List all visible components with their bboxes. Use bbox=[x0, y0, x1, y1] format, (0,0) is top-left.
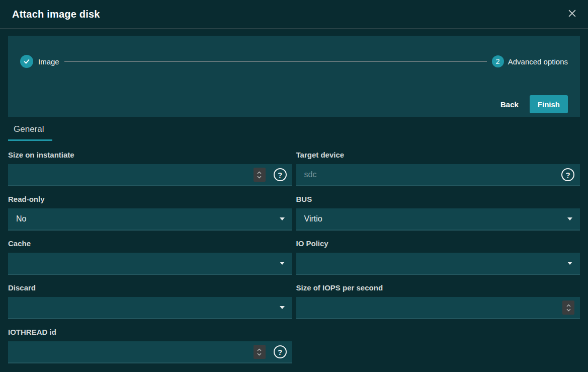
wizard-step-image[interactable]: Image bbox=[20, 55, 59, 68]
help-icon[interactable]: ? bbox=[561, 168, 574, 181]
caret-down-icon bbox=[567, 262, 572, 265]
size-on-instantiate-label: Size on instantiate bbox=[8, 150, 292, 160]
size-of-iops-input[interactable] bbox=[304, 303, 563, 312]
io-policy-label: IO Policy bbox=[296, 239, 580, 249]
size-of-iops-label: Size of IOPS per second bbox=[296, 283, 580, 293]
chevron-up-icon bbox=[257, 171, 262, 174]
caret-down-icon bbox=[280, 306, 285, 309]
wizard-steps: Image 2 Advanced options bbox=[20, 55, 568, 68]
field-bus: BUS Virtio bbox=[296, 194, 580, 231]
field-iothread-id: IOTHREAD id ? bbox=[8, 327, 292, 363]
caret-down-icon bbox=[280, 217, 285, 220]
number-spinner[interactable] bbox=[254, 168, 266, 182]
chevron-down-icon bbox=[257, 353, 262, 356]
iothread-id-input[interactable] bbox=[16, 347, 254, 356]
field-cache: Cache bbox=[8, 239, 292, 275]
wizard-step-advanced-options[interactable]: 2 Advanced options bbox=[492, 55, 568, 67]
number-spinner[interactable] bbox=[562, 301, 574, 315]
read-only-label: Read-only bbox=[8, 194, 292, 204]
close-icon bbox=[568, 9, 576, 19]
tab-bar: General bbox=[8, 124, 580, 141]
wizard-footer: Back Finish bbox=[492, 95, 568, 113]
target-device-control: ? bbox=[296, 164, 580, 186]
check-icon bbox=[20, 55, 33, 68]
iothread-id-label: IOTHREAD id bbox=[8, 327, 292, 337]
caret-down-icon bbox=[567, 217, 572, 220]
io-policy-select[interactable] bbox=[296, 253, 580, 275]
size-of-iops-control bbox=[296, 297, 580, 319]
help-icon[interactable]: ? bbox=[274, 345, 287, 358]
target-device-label: Target device bbox=[296, 150, 580, 160]
close-button[interactable] bbox=[565, 7, 579, 21]
field-size-of-iops: Size of IOPS per second bbox=[296, 283, 580, 319]
cache-label: Cache bbox=[8, 239, 292, 249]
tab-general[interactable]: General bbox=[8, 124, 52, 141]
read-only-select[interactable]: No bbox=[8, 208, 292, 231]
modal-header: Attach image disk bbox=[0, 0, 588, 29]
finish-button[interactable]: Finish bbox=[530, 95, 568, 113]
page-title: Attach image disk bbox=[12, 9, 100, 20]
form-grid: Size on instantiate ? Target device ? bbox=[8, 150, 580, 371]
target-device-input[interactable] bbox=[304, 170, 554, 179]
attach-image-disk-modal: Attach image disk Image 2 Advanced optio… bbox=[0, 0, 588, 371]
modal-body: Image 2 Advanced options Back Finish Gen… bbox=[0, 36, 588, 371]
discard-label: Discard bbox=[8, 283, 292, 293]
cache-select[interactable] bbox=[8, 253, 292, 275]
step-label-advanced-options: Advanced options bbox=[508, 57, 568, 66]
chevron-up-icon bbox=[566, 304, 571, 307]
help-icon[interactable]: ? bbox=[274, 168, 287, 181]
bus-label: BUS bbox=[296, 194, 580, 204]
discard-select[interactable] bbox=[8, 297, 292, 319]
field-read-only: Read-only No bbox=[8, 194, 292, 231]
caret-down-icon bbox=[280, 262, 285, 265]
step-number-badge: 2 bbox=[492, 55, 504, 67]
iothread-id-control: ? bbox=[8, 341, 292, 363]
number-spinner[interactable] bbox=[254, 345, 266, 359]
bus-select[interactable]: Virtio bbox=[296, 208, 580, 231]
chevron-down-icon bbox=[257, 176, 262, 179]
chevron-down-icon bbox=[566, 309, 571, 312]
field-target-device: Target device ? bbox=[296, 150, 580, 186]
field-io-policy: IO Policy bbox=[296, 239, 580, 275]
field-size-on-instantiate: Size on instantiate ? bbox=[8, 150, 292, 186]
field-discard: Discard bbox=[8, 283, 292, 319]
read-only-value: No bbox=[16, 214, 280, 224]
bus-value: Virtio bbox=[304, 214, 568, 224]
step-label-image: Image bbox=[38, 57, 59, 66]
step-connector-line bbox=[64, 61, 487, 62]
chevron-up-icon bbox=[257, 348, 262, 351]
size-on-instantiate-control: ? bbox=[8, 164, 292, 186]
wizard-panel: Image 2 Advanced options Back Finish bbox=[8, 36, 580, 117]
size-on-instantiate-input[interactable] bbox=[16, 170, 254, 179]
back-button[interactable]: Back bbox=[492, 96, 527, 113]
